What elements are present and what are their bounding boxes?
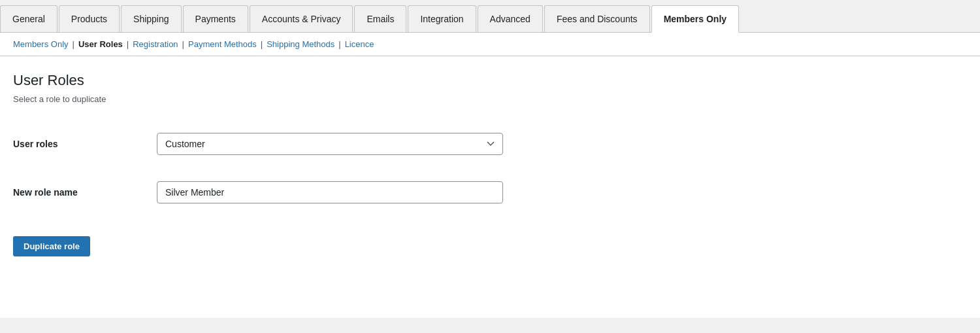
sub-nav: Members Only | User Roles | Registration…	[0, 33, 980, 56]
subnav-sep-4: |	[261, 39, 263, 49]
form-table: User roles Customer Administrator Editor…	[13, 120, 967, 217]
new-role-name-input[interactable]	[157, 181, 503, 203]
duplicate-role-button[interactable]: Duplicate role	[13, 236, 90, 256]
subnav-sep-2: |	[127, 39, 129, 49]
user-roles-row: User roles Customer Administrator Editor…	[13, 120, 967, 168]
new-role-name-row: New role name	[13, 168, 967, 217]
subnav-registration[interactable]: Registration	[133, 39, 178, 49]
page-title: User Roles	[13, 72, 967, 89]
subnav-user-roles[interactable]: User Roles	[78, 39, 123, 49]
tab-advanced[interactable]: Advanced	[478, 5, 543, 32]
subnav-payment-methods[interactable]: Payment Methods	[188, 39, 257, 49]
subnav-sep-5: |	[338, 39, 340, 49]
subnav-shipping-methods[interactable]: Shipping Methods	[267, 39, 335, 49]
tab-integration[interactable]: Integration	[408, 5, 476, 32]
user-roles-select[interactable]: Customer Administrator Editor Author Con…	[157, 133, 503, 155]
tab-bar: General Products Shipping Payments Accou…	[0, 0, 980, 33]
tab-products[interactable]: Products	[59, 5, 120, 32]
tab-emails[interactable]: Emails	[354, 5, 406, 32]
tab-accounts-privacy[interactable]: Accounts & Privacy	[250, 5, 353, 32]
tab-general[interactable]: General	[0, 5, 57, 32]
tab-fees-and-discounts[interactable]: Fees and Discounts	[544, 5, 650, 32]
tab-payments[interactable]: Payments	[183, 5, 248, 32]
subnav-sep-3: |	[182, 39, 184, 49]
tab-shipping[interactable]: Shipping	[121, 5, 182, 32]
subnav-sep-1: |	[73, 39, 74, 49]
subnav-licence[interactable]: Licence	[345, 39, 374, 49]
main-content: User Roles Select a role to duplicate Us…	[0, 56, 980, 318]
user-roles-label: User roles	[13, 139, 57, 149]
tab-members-only[interactable]: Members Only	[651, 5, 739, 33]
page-description: Select a role to duplicate	[13, 94, 967, 104]
new-role-name-label: New role name	[13, 187, 78, 198]
subnav-members-only[interactable]: Members Only	[13, 39, 69, 49]
